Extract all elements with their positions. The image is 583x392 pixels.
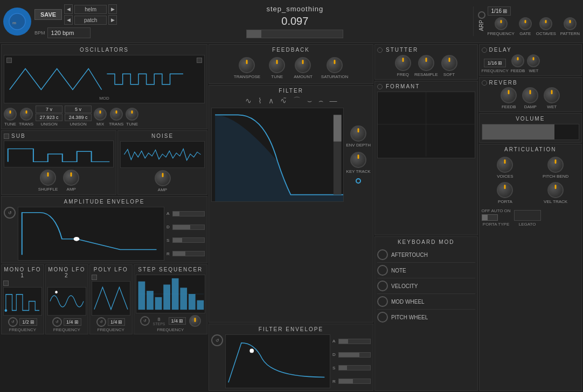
arp-gate-knob[interactable] — [519, 17, 532, 30]
keymod-pitchwheel-btn[interactable] — [377, 312, 388, 323]
poly-lfo-rate-display[interactable]: 1/4⊞ — [108, 318, 126, 326]
reverb-damp-knob[interactable] — [522, 87, 538, 103]
keymod-pitchwheel-row: PITCH WHEEL — [377, 310, 475, 325]
filter-type-lp-icon[interactable]: ∿ — [245, 96, 252, 105]
filter-type-pk-icon[interactable]: ⌢ — [318, 96, 323, 106]
filter-key-track-knob[interactable] — [350, 152, 366, 168]
lfo1-indicator[interactable] — [3, 281, 9, 286]
noise-amp-knob[interactable] — [155, 170, 171, 186]
filter-env-s-slider[interactable] — [338, 365, 371, 370]
filter-type-more-icon[interactable]: — — [330, 96, 337, 105]
porta-type-switch[interactable] — [482, 214, 498, 221]
filter-env-a-slider[interactable] — [338, 339, 371, 344]
feedback-saturation-knob[interactable] — [327, 57, 343, 73]
patch-prev-button[interactable]: ◀ — [64, 15, 73, 25]
unison1-bot-value[interactable]: 27.923 c — [36, 114, 63, 121]
keymod-aftertouch-btn[interactable] — [377, 249, 388, 260]
save-button[interactable]: SAVE — [34, 9, 62, 20]
filter-env-d-slider[interactable] — [338, 352, 371, 358]
amp-env-unison-btn[interactable]: ↺ — [4, 207, 16, 219]
arp-power-button[interactable] — [478, 11, 485, 19]
bpm-input[interactable]: 120 bpm — [47, 27, 91, 38]
filter-dot-indicator[interactable] — [356, 178, 361, 184]
reverb-power-btn[interactable] — [482, 80, 487, 86]
lfo2-unison-btn[interactable]: ↺ — [52, 317, 62, 327]
artic-porta-knob[interactable] — [497, 182, 513, 198]
patch-next-button[interactable]: ▶ — [108, 15, 117, 25]
feedback-transpose-knob[interactable] — [239, 57, 255, 73]
filter-scrollbar[interactable] — [334, 115, 342, 141]
osc-trans2-knob[interactable] — [110, 108, 123, 121]
helm-next-button[interactable]: ▶ — [108, 4, 117, 14]
feedback-tune-knob[interactable] — [269, 57, 285, 73]
reverb-wet-knob[interactable] — [544, 87, 560, 103]
delay-wet-knob[interactable] — [527, 54, 540, 67]
osc-trans-knob[interactable] — [20, 108, 33, 121]
filter-type-hp-icon[interactable]: ⌇ — [258, 96, 262, 105]
unison2-top-value[interactable]: 5 v — [65, 106, 92, 113]
lfo2-rate-display[interactable]: 1/4⊞ — [64, 318, 81, 326]
mono-lfo1-panel: MONO LFO 1 ↺ 1/2⊞ FREQUENCY — [1, 264, 44, 334]
osc-tune2-knob[interactable] — [126, 108, 138, 121]
stutter-power-btn[interactable] — [377, 47, 383, 53]
filter-type-hs-icon[interactable]: ⌣ — [307, 96, 312, 106]
sub-indicator[interactable] — [4, 134, 9, 139]
amp-env-point[interactable] — [74, 237, 80, 241]
legato-box[interactable] — [514, 210, 541, 221]
filter-type-n-icon[interactable]: ∿̃ — [280, 96, 287, 105]
stutter-soft-knob[interactable] — [441, 55, 457, 71]
osc-indicator-2[interactable] — [197, 58, 202, 63]
lfo1-freq-label: FREQUENCY — [3, 327, 42, 332]
delay-feedb-knob[interactable] — [511, 54, 524, 67]
unison2-bot-value[interactable]: 24.389 c — [65, 114, 92, 121]
arp-frequency-knob[interactable] — [495, 17, 508, 30]
amp-env-s-slider[interactable] — [172, 237, 205, 243]
reverb-feedb-knob[interactable] — [501, 87, 517, 103]
filter-env-depth-knob[interactable] — [350, 125, 366, 142]
delay-power-btn[interactable] — [482, 47, 487, 53]
step-smoothing-bar[interactable] — [246, 30, 343, 38]
stutter-freq-knob[interactable] — [395, 55, 411, 71]
step-seq-rate-display[interactable]: 1/4⊞ — [169, 317, 186, 325]
sub-shuffle-knob[interactable] — [40, 170, 56, 186]
lfo1-unison-btn[interactable]: ↺ — [8, 317, 18, 327]
artic-pitch-bend-knob[interactable] — [547, 157, 564, 173]
osc-tune-knob[interactable] — [4, 108, 17, 121]
volume-bar[interactable] — [482, 124, 580, 140]
poly-lfo-indicator[interactable] — [92, 275, 97, 280]
keymod-velocity-btn[interactable] — [377, 281, 388, 291]
keymod-modwheel-btn[interactable] — [377, 296, 388, 307]
arp-pattern-knob[interactable] — [564, 17, 577, 30]
unison1-top-value[interactable]: 7 v — [36, 106, 63, 113]
step-seq-knob[interactable] — [189, 315, 201, 327]
artic-voices-knob[interactable] — [497, 157, 513, 173]
filter-type-bp-icon[interactable]: ∧ — [268, 96, 274, 105]
sub-amp-knob[interactable] — [63, 170, 79, 186]
delay-rate-display[interactable]: 1/16⊞ — [484, 59, 506, 67]
osc-indicator-1[interactable] — [6, 58, 12, 63]
filter-env-point[interactable] — [249, 348, 254, 353]
arp-rate-display[interactable]: 1/16 ⊞ — [488, 6, 511, 16]
arp-octaves-knob[interactable] — [539, 17, 552, 30]
formant-power-btn[interactable] — [377, 84, 383, 89]
step-seq-unison-btn[interactable]: ↺ — [140, 316, 150, 326]
logo[interactable]: m — [3, 8, 31, 36]
noise-title: NOISE — [120, 133, 205, 139]
filter-env-unison-btn[interactable]: ↺ — [211, 334, 223, 346]
keymod-modwheel-label: MOD WHEEL — [391, 299, 425, 305]
filter-env-r-slider[interactable] — [338, 379, 371, 384]
filter-type-ls-icon[interactable]: ⌒ — [293, 96, 301, 106]
amp-env-a-slider[interactable] — [172, 211, 205, 216]
feedback-amount-knob[interactable] — [295, 57, 311, 73]
amp-env-r-slider[interactable] — [172, 251, 205, 256]
mono-lfo1-display — [3, 287, 42, 316]
osc-mix-knob[interactable] — [94, 108, 107, 121]
lfo1-rate-display[interactable]: 1/2⊞ — [19, 318, 37, 326]
keymod-note-btn[interactable] — [377, 265, 388, 276]
poly-lfo-unison-btn[interactable]: ↺ — [96, 317, 106, 327]
helm-prev-button[interactable]: ◀ — [64, 4, 73, 14]
stutter-resample-knob[interactable] — [418, 55, 434, 71]
amp-env-d-slider[interactable] — [172, 225, 205, 230]
artic-vel-track-knob[interactable] — [547, 182, 564, 198]
amp-env-d-row: D — [166, 225, 205, 230]
